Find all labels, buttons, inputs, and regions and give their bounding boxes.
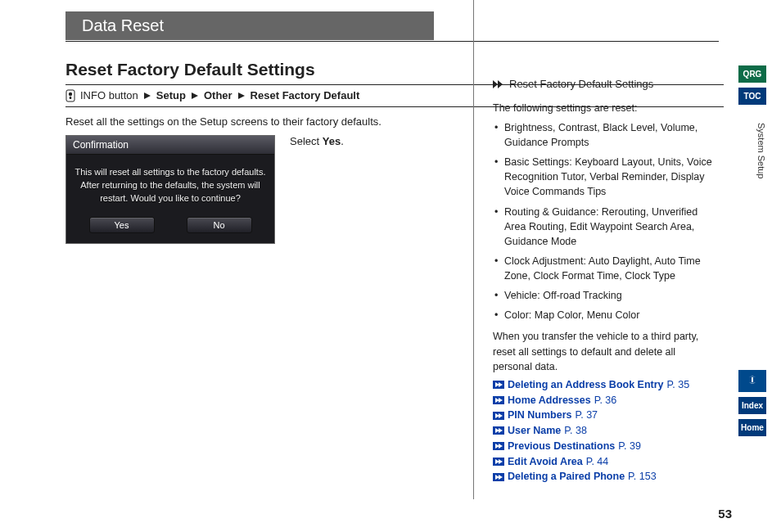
right-edge-tabs: QRG TOC System Setup Index Home: [738, 65, 766, 436]
info-button-icon: [65, 89, 75, 102]
link-icon: [493, 473, 504, 481]
instruction-text: Select Yes.: [290, 135, 344, 147]
link-page: P. 44: [586, 454, 609, 470]
cross-reference-links: Deleting an Address Book Entry P. 35 Hom…: [493, 377, 714, 485]
list-item: Routing & Guidance: Rerouting, Unverifie…: [493, 205, 714, 249]
instruction-bold: Yes: [323, 135, 341, 147]
list-item: Brightness, Contrast, Black Level, Volum…: [493, 120, 714, 150]
page-number: 53: [718, 507, 732, 521]
section-side-label: System Setup: [756, 110, 766, 192]
svg-marker-3: [144, 92, 151, 99]
side-header-text: Reset Factory Default Settings: [509, 77, 653, 92]
link-label: User Name: [508, 423, 561, 439]
voice-icon: [747, 374, 758, 385]
svg-point-1: [69, 92, 72, 96]
chapter-tab: Data Reset: [65, 11, 434, 40]
dialog-buttons: Yes No: [66, 210, 274, 243]
link-icon: [493, 426, 504, 435]
link-icon: [493, 442, 504, 450]
breadcrumb-start: INFO button: [80, 88, 138, 103]
list-item: Vehicle: Off-road Tracking: [493, 288, 714, 303]
side-header: Reset Factory Default Settings: [493, 77, 714, 92]
dialog-body: This will reset all settings to the fact…: [66, 155, 274, 210]
top-rule: [65, 41, 719, 42]
dialog-no-button: No: [187, 217, 252, 233]
link-row[interactable]: Previous Destinations P. 39: [493, 439, 714, 454]
link-icon: [493, 381, 504, 389]
link-row[interactable]: Deleting a Paired Phone P. 153: [493, 469, 714, 485]
breadcrumb-step: Other: [204, 88, 232, 103]
link-page: P. 39: [618, 439, 641, 454]
svg-marker-4: [192, 92, 198, 99]
side-column: Reset Factory Default Settings The follo…: [493, 77, 714, 485]
breadcrumb-step: Setup: [156, 88, 186, 103]
link-icon: [493, 412, 504, 420]
dialog-yes-button: Yes: [89, 217, 155, 233]
tab-voice[interactable]: [738, 370, 766, 392]
link-row[interactable]: Deleting an Address Book Entry P. 35: [493, 377, 714, 393]
link-label: PIN Numbers: [508, 408, 572, 423]
double-chevron-icon: [493, 80, 504, 88]
list-item: Clock Adjustment: Auto Daylight, Auto Ti…: [493, 254, 714, 283]
svg-rect-29: [752, 377, 753, 382]
tab-toc[interactable]: TOC: [738, 88, 766, 105]
link-page: P. 35: [667, 377, 690, 393]
svg-rect-2: [70, 97, 71, 99]
link-page: P. 37: [576, 408, 598, 423]
svg-marker-7: [498, 80, 503, 88]
link-label: Previous Destinations: [508, 439, 615, 454]
link-icon: [493, 458, 504, 466]
chevron-right-icon: [143, 92, 151, 100]
link-page: P. 36: [594, 393, 617, 408]
link-page: P. 38: [564, 423, 587, 439]
svg-marker-5: [238, 92, 245, 99]
dialog-title: Confirmation: [66, 136, 274, 155]
column-divider: [473, 0, 474, 499]
instruction-prefix: Select: [290, 135, 323, 147]
side-lead: The following settings are reset:: [493, 101, 714, 115]
list-item: Basic Settings: Keyboard Layout, Units, …: [493, 155, 714, 199]
link-label: Edit Avoid Area: [508, 454, 583, 470]
tab-home[interactable]: Home: [738, 419, 766, 436]
link-label: Home Addresses: [508, 393, 591, 408]
chevron-right-icon: [237, 92, 246, 100]
link-page: P. 153: [628, 469, 657, 485]
transfer-note: When you transfer the vehicle to a third…: [493, 329, 714, 373]
link-label: Deleting a Paired Phone: [508, 469, 625, 485]
tab-qrg[interactable]: QRG: [738, 65, 766, 83]
svg-marker-6: [493, 80, 498, 88]
reset-items-list: Brightness, Contrast, Black Level, Volum…: [493, 120, 714, 323]
link-row[interactable]: Home Addresses P. 36: [493, 393, 714, 408]
link-label: Deleting an Address Book Entry: [508, 377, 664, 393]
chevron-right-icon: [191, 92, 199, 100]
link-row[interactable]: Edit Avoid Area P. 44: [493, 454, 714, 470]
tab-index[interactable]: Index: [738, 397, 766, 414]
confirmation-dialog-figure: Confirmation This will reset all setting…: [65, 135, 275, 244]
list-item: Color: Map Color, Menu Color: [493, 308, 714, 322]
link-row[interactable]: User Name P. 38: [493, 423, 714, 439]
manual-page: Data Reset Reset Factory Default Setting…: [0, 0, 781, 532]
instruction-suffix: .: [341, 135, 344, 147]
breadcrumb-step: Reset Factory Default: [251, 88, 360, 103]
link-icon: [493, 396, 504, 404]
link-row[interactable]: PIN Numbers P. 37: [493, 408, 714, 423]
